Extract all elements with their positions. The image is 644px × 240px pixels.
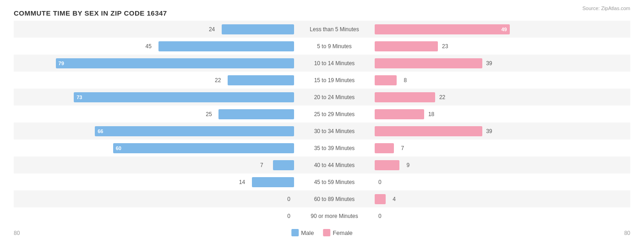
label-area-6: 66 <box>14 123 298 140</box>
bar-female-7: 7 <box>375 143 394 153</box>
bar-male-6: 66 <box>95 126 294 136</box>
label-area-11: 0 <box>14 207 298 224</box>
legend-female: Female <box>323 229 352 236</box>
chart-row: 0 60 to 89 Minutes 4 <box>14 190 630 207</box>
chart-row: 66 30 to 34 Minutes 39 <box>14 123 630 140</box>
right-area-1: 23 <box>371 38 630 55</box>
chart-row: 60 35 to 39 Minutes 7 <box>14 140 630 156</box>
male-value-3: 22 <box>215 77 221 84</box>
bar-female-1: 23 <box>375 41 438 51</box>
chart-row: 0 90 or more Minutes 0 <box>14 207 630 224</box>
bar-female-4: 22 <box>375 92 435 102</box>
female-value-1: 23 <box>442 43 448 50</box>
legend-female-label: Female <box>333 229 352 236</box>
male-value-inside-6: 66 <box>98 128 103 134</box>
male-value-8: 7 <box>260 162 263 168</box>
female-value-zero-9: 0 <box>378 179 382 185</box>
male-value-0: 24 <box>209 26 215 33</box>
chart-row: 79 10 to 14 Minutes 39 <box>14 55 630 72</box>
right-area-0: 49 <box>371 21 630 38</box>
legend: Male Female <box>291 229 353 236</box>
bar-male-2: 79 <box>56 58 294 68</box>
bar-female-3: 8 <box>375 75 397 85</box>
category-label-6: 30 to 34 Minutes <box>298 128 371 134</box>
male-value-zero-10: 0 <box>287 196 290 202</box>
right-area-9: 0 <box>371 173 630 190</box>
chart-row: 24 Less than 5 Minutes 49 <box>14 21 630 38</box>
male-value-1: 45 <box>146 43 152 50</box>
right-area-7: 7 <box>371 140 630 156</box>
bar-female-0: 49 <box>375 24 510 34</box>
label-area-3: 22 <box>14 72 298 89</box>
female-value-3: 8 <box>404 77 407 84</box>
category-label-1: 5 to 9 Minutes <box>298 43 371 50</box>
male-value-inside-4: 73 <box>76 95 82 100</box>
right-area-6: 39 <box>371 123 630 140</box>
female-value-5: 18 <box>428 111 434 117</box>
category-label-10: 60 to 89 Minutes <box>298 196 371 202</box>
chart-row: 22 15 to 19 Minutes 8 <box>14 72 630 89</box>
bar-male-8: 7 <box>273 160 294 170</box>
category-label-4: 20 to 24 Minutes <box>298 94 371 100</box>
bar-male-3: 22 <box>228 75 294 85</box>
label-area-7: 60 <box>14 140 298 156</box>
female-value-zero-11: 0 <box>378 213 382 219</box>
female-value-2: 39 <box>486 60 492 67</box>
bar-female-6: 39 <box>375 126 482 136</box>
female-value-10: 4 <box>393 196 396 202</box>
right-area-4: 22 <box>371 89 630 106</box>
label-area-5: 25 <box>14 106 298 123</box>
female-value-7: 7 <box>401 145 404 151</box>
bar-female-10: 4 <box>375 194 386 204</box>
female-value-6: 39 <box>486 128 492 134</box>
chart-row: 73 20 to 24 Minutes 22 <box>14 89 630 106</box>
chart-row: 25 25 to 29 Minutes 18 <box>14 106 630 123</box>
legend-male-box <box>291 229 299 236</box>
bar-female-2: 39 <box>375 58 482 68</box>
bar-male-5: 25 <box>218 109 294 119</box>
bar-male-4: 73 <box>74 92 294 102</box>
right-area-11: 0 <box>371 207 630 224</box>
male-value-5: 25 <box>206 111 212 117</box>
male-value-9: 14 <box>239 179 245 185</box>
label-area-9: 14 <box>14 173 298 190</box>
male-value-zero-11: 0 <box>287 213 290 219</box>
label-area-10: 0 <box>14 190 298 207</box>
bar-female-8: 9 <box>375 160 399 170</box>
right-area-2: 39 <box>371 55 630 72</box>
legend-male: Male <box>291 229 314 236</box>
bar-male-0: 24 <box>222 24 294 34</box>
legend-male-label: Male <box>301 229 314 236</box>
source-text: Source: ZipAtlas.com <box>582 6 630 11</box>
bar-male-9: 14 <box>252 177 294 187</box>
category-label-8: 40 to 44 Minutes <box>298 162 371 168</box>
right-area-8: 9 <box>371 156 630 173</box>
label-area-4: 73 <box>14 89 298 106</box>
chart-title: COMMUTE TIME BY SEX IN ZIP CODE 16347 <box>14 9 630 17</box>
axis-label-right: 80 <box>624 230 630 236</box>
bar-female-5: 18 <box>375 109 424 119</box>
male-value-inside-2: 79 <box>59 61 64 66</box>
category-label-5: 25 to 29 Minutes <box>298 111 371 117</box>
female-value-8: 9 <box>406 162 409 168</box>
chart-area: 24 Less than 5 Minutes 49 45 5 to 9 Minu… <box>14 21 630 201</box>
bar-male-7: 60 <box>113 143 294 153</box>
female-value-4: 22 <box>439 94 445 100</box>
female-value-inside-0: 49 <box>501 27 507 32</box>
right-area-3: 8 <box>371 72 630 89</box>
bar-male-1: 45 <box>158 41 294 51</box>
chart-row: 7 40 to 44 Minutes 9 <box>14 156 630 173</box>
category-label-9: 45 to 59 Minutes <box>298 179 371 185</box>
label-area-1: 45 <box>14 38 298 55</box>
category-label-2: 10 to 14 Minutes <box>298 60 371 67</box>
label-area-0: 24 <box>14 21 298 38</box>
category-label-11: 90 or more Minutes <box>298 213 371 219</box>
legend-female-box <box>323 229 330 236</box>
category-label-3: 15 to 19 Minutes <box>298 77 371 84</box>
category-label-0: Less than 5 Minutes <box>298 26 371 33</box>
label-area-2: 79 <box>14 55 298 72</box>
chart-row: 45 5 to 9 Minutes 23 <box>14 38 630 55</box>
axis-label-left: 80 <box>14 230 20 236</box>
right-area-10: 4 <box>371 190 630 207</box>
right-area-5: 18 <box>371 106 630 123</box>
